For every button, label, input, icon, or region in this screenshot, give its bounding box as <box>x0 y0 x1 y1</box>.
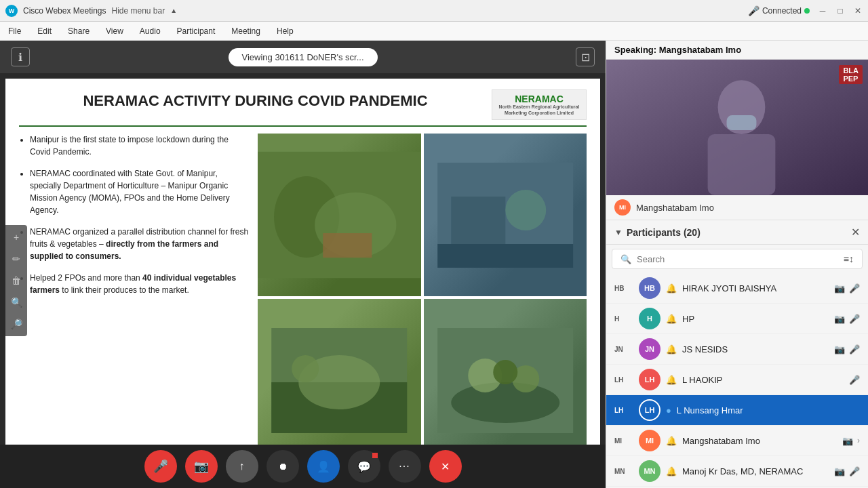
zoom-icon[interactable]: 🔍 <box>8 294 24 310</box>
participant-avatar-mi: MI <box>639 430 660 451</box>
speaking-label: Speaking: <box>614 45 656 55</box>
participant-controls-h: 📷 🎤 <box>834 314 860 324</box>
bullet-3: NERAMAC organized a parallel distributio… <box>30 226 250 262</box>
svg-rect-7 <box>437 244 573 268</box>
more-button[interactable]: ··· <box>389 450 421 483</box>
connection-status: 🎤 Connected <box>748 5 810 16</box>
participant-avatar-ln: LH <box>639 399 660 421</box>
annotation-icon[interactable]: ✏ <box>8 251 24 267</box>
bottom-toolbar: 🎤 📷 ↑ ⏺ 👤 💬 ··· ✕ <box>0 445 606 488</box>
svg-point-6 <box>505 190 546 230</box>
participant-more-mi[interactable]: › <box>857 436 860 445</box>
mute-button[interactable]: 🎤 <box>144 450 177 483</box>
menu-audio[interactable]: Audio <box>137 25 163 37</box>
participant-mute-icon-lh[interactable]: 🎤 <box>849 375 860 385</box>
participant-avatar-lh: LH <box>639 369 660 390</box>
speaker-video: BLAPEP <box>606 60 868 195</box>
sort-icon[interactable]: ≡↕ <box>844 253 854 264</box>
zoom-in-icon[interactable]: + <box>8 229 24 245</box>
share-button[interactable]: ↑ <box>226 450 258 483</box>
participant-row: MI MI 🔔 Mangshatabam Imo 📷 › <box>606 426 868 456</box>
chat-button[interactable]: 💬 <box>348 450 380 483</box>
slide-image-4 <box>424 299 587 462</box>
participant-mic-hb: 🔔 <box>666 283 677 293</box>
participant-mute-icon-h[interactable]: 🎤 <box>849 314 860 324</box>
participant-mic-lh: 🔔 <box>666 375 677 385</box>
participant-mute-icon-jn[interactable]: 🎤 <box>849 344 860 354</box>
menu-share[interactable]: Share <box>65 25 92 37</box>
delete-icon[interactable]: 🗑 <box>8 272 24 289</box>
bullet-2: NERAMAC coordinated with State Govt. of … <box>30 167 250 216</box>
svg-rect-5 <box>451 197 505 244</box>
slide-body: Manipur is the first state to impose loc… <box>19 134 587 462</box>
participant-initials-ln: LH <box>614 407 633 414</box>
slide-title: NERAMAC ACTIVITY DURING COVID PANDEMIC <box>83 92 427 110</box>
menu-help[interactable]: Help <box>274 25 296 37</box>
participant-video-icon-mi[interactable]: 📷 <box>842 436 853 446</box>
menu-bar: File Edit Share View Audio Participant M… <box>0 22 868 41</box>
speaking-name: Mangshatabam Imo <box>659 45 741 55</box>
participant-initials-mi: MI <box>614 437 633 445</box>
app-title: Cisco Webex Meetings <box>23 6 106 16</box>
slide-image-3 <box>258 299 421 462</box>
hide-menu-bar-btn[interactable]: Hide menu bar <box>112 6 165 16</box>
end-call-button[interactable]: ✕ <box>429 450 462 483</box>
presentation-panel: ℹ Viewing 301611 DoNER's scr... ⊡ NERAMA… <box>0 41 606 488</box>
main-area: ℹ Viewing 301611 DoNER's scr... ⊡ NERAMA… <box>0 41 868 488</box>
hide-menu-chevron-icon[interactable]: ▲ <box>170 7 177 14</box>
participant-mute-icon-mn[interactable]: 🎤 <box>849 466 860 476</box>
title-bar-right: 🎤 Connected ─ □ ✕ <box>748 5 863 16</box>
participant-mute-icon-hb[interactable]: 🎤 <box>849 283 860 293</box>
participants-count-label: Participants (20) <box>627 227 701 238</box>
participants-button[interactable]: 👤 <box>307 450 340 483</box>
participant-name-jn: JS NESIDS <box>682 344 829 354</box>
zoom-out-icon[interactable]: 🔎 <box>8 316 24 332</box>
info-icon[interactable]: ℹ <box>11 47 30 66</box>
search-input[interactable] <box>637 254 838 264</box>
participant-row: LH LH 🔔 L HAOKIP 🎤 <box>606 365 868 395</box>
right-panel: Speaking: Mangshatabam Imo <box>606 41 868 488</box>
menu-file[interactable]: File <box>5 25 24 37</box>
participants-title[interactable]: ▼ Participants (20) <box>614 227 701 238</box>
participant-video-icon-jn[interactable]: 📷 <box>834 344 845 354</box>
bullet-1: Manipur is the first state to impose loc… <box>30 134 250 158</box>
svg-point-11 <box>292 355 319 382</box>
record-button[interactable]: ⏺ <box>267 450 299 483</box>
menu-edit[interactable]: Edit <box>35 25 54 37</box>
menu-meeting[interactable]: Meeting <box>229 25 263 37</box>
participant-avatar-jn: JN <box>639 338 660 360</box>
video-button[interactable]: 📷 <box>185 450 218 483</box>
menu-view[interactable]: View <box>103 25 126 37</box>
chevron-down-icon: ▼ <box>614 228 623 237</box>
participant-avatar-hb: HB <box>639 277 660 299</box>
close-button[interactable]: ✕ <box>853 6 863 16</box>
search-bar: 🔍 ≡↕ <box>612 249 863 269</box>
participant-name-mi: Mangshatabam Imo <box>682 436 837 446</box>
menu-participant[interactable]: Participant <box>174 25 218 37</box>
participant-name-ln: L Nunsang Hmar <box>677 405 860 415</box>
participant-controls-hb: 📷 🎤 <box>834 283 860 293</box>
svg-rect-21 <box>727 115 757 130</box>
participants-close-button[interactable]: ✕ <box>851 226 860 239</box>
neramac-logo-text: NERAMAC <box>515 94 564 104</box>
participant-video-icon-h[interactable]: 📷 <box>834 314 845 324</box>
slide-images <box>258 134 587 462</box>
connection-dot <box>804 8 810 14</box>
participant-video-icon-hb[interactable]: 📷 <box>834 283 845 293</box>
speaking-header: Speaking: Mangshatabam Imo <box>606 41 868 60</box>
participants-header: ▼ Participants (20) ✕ <box>606 220 868 245</box>
participant-mic-mn: 🔔 <box>666 466 677 476</box>
participant-initials-lh: LH <box>614 376 633 384</box>
maximize-button[interactable]: □ <box>835 6 845 16</box>
participant-mic-mi: 🔔 <box>666 436 677 446</box>
slide-text: Manipur is the first state to impose loc… <box>19 134 250 462</box>
slide-image-1 <box>258 134 421 296</box>
participant-video-icon-mn[interactable]: 📷 <box>834 466 845 476</box>
video-overlay-text: BLAPEP <box>839 65 863 84</box>
minimize-button[interactable]: ─ <box>818 6 827 16</box>
fit-screen-icon[interactable]: ⊡ <box>576 47 595 66</box>
participant-initials-h: H <box>614 315 633 323</box>
slide-image-2 <box>424 134 587 296</box>
participant-name-h: HP <box>682 314 829 324</box>
viewing-bar: ℹ Viewing 301611 DoNER's scr... ⊡ <box>0 41 606 73</box>
